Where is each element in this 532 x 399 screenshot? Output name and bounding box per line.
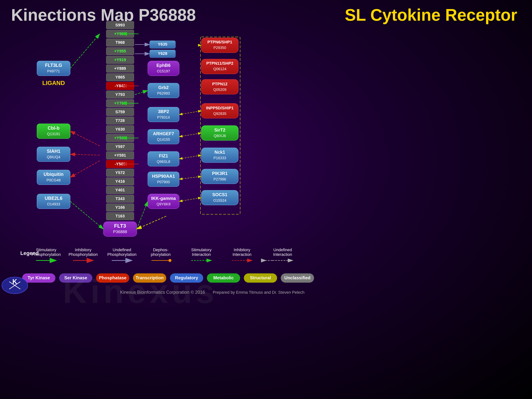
- svg-rect-42: [106, 203, 134, 211]
- svg-rect-44: [106, 212, 134, 220]
- svg-rect-99: [201, 103, 238, 118]
- svg-rect-84: [148, 172, 179, 187]
- svg-text:Undefined: Undefined: [273, 247, 292, 252]
- svg-rect-108: [201, 169, 238, 184]
- svg-text:Stimulatory: Stimulatory: [36, 247, 56, 252]
- svg-rect-24: [106, 126, 134, 133]
- svg-text:Nck1: Nck1: [215, 150, 225, 155]
- svg-text:Grb2: Grb2: [158, 85, 169, 90]
- svg-rect-26: [106, 134, 134, 142]
- svg-point-160: [168, 259, 171, 262]
- svg-text:Phosphorylation: Phosphorylation: [69, 252, 98, 257]
- svg-text:Y416: Y416: [115, 179, 125, 184]
- svg-line-191: [9, 282, 20, 289]
- svg-text:Metabolic: Metabolic: [213, 275, 234, 280]
- svg-rect-69: [148, 61, 179, 76]
- svg-rect-4: [106, 39, 134, 46]
- svg-rect-56: [37, 147, 70, 162]
- svg-text:HSP90AA1: HSP90AA1: [152, 174, 175, 179]
- svg-text:Y166: Y166: [115, 205, 125, 210]
- svg-rect-2: [106, 30, 134, 38]
- svg-line-145: [137, 201, 148, 229]
- svg-text:Y865: Y865: [115, 75, 125, 79]
- svg-rect-75: [148, 107, 179, 122]
- svg-text:P29350: P29350: [214, 46, 226, 50]
- svg-text:Q05209: Q05209: [213, 88, 226, 92]
- svg-rect-177: [133, 273, 166, 283]
- svg-text:Cbl-b: Cbl-b: [48, 126, 59, 131]
- svg-text:UBE2L6: UBE2L6: [45, 196, 63, 201]
- svg-rect-171: [22, 273, 55, 283]
- svg-text:O15524: O15524: [213, 198, 226, 203]
- svg-text:+Y889: +Y889: [114, 66, 126, 71]
- svg-rect-111: [201, 190, 238, 205]
- svg-text:Q9Y6K9: Q9Y6K9: [157, 202, 171, 206]
- svg-rect-46: [103, 222, 137, 236]
- svg-rect-183: [244, 273, 277, 283]
- svg-rect-30: [106, 152, 134, 159]
- svg-line-126: [70, 161, 100, 177]
- svg-text:LIGAND: LIGAND: [42, 80, 65, 86]
- svg-text:ARHGEF7: ARHGEF7: [153, 131, 174, 136]
- svg-text:P49771: P49771: [47, 69, 60, 73]
- svg-text:INPP5D/SHIP1: INPP5D/SHIP1: [206, 106, 234, 110]
- svg-text:T968: T968: [115, 40, 125, 45]
- svg-text:Transcription: Transcription: [136, 275, 164, 280]
- svg-text:PIK3R1: PIK3R1: [212, 171, 228, 176]
- svg-rect-81: [148, 152, 179, 166]
- svg-text:Dephos-: Dephos-: [153, 247, 168, 252]
- svg-rect-105: [201, 148, 238, 163]
- svg-text:O14933: O14933: [47, 202, 60, 206]
- svg-text:T343: T343: [115, 196, 125, 201]
- svg-rect-173: [59, 273, 92, 283]
- svg-rect-87: [148, 194, 179, 209]
- title-right: SL Cytokine Receptor: [345, 6, 517, 25]
- svg-rect-53: [37, 124, 70, 139]
- svg-text:T728: T728: [115, 118, 125, 123]
- svg-text:+Y591: +Y591: [114, 153, 126, 158]
- svg-text:SirT2: SirT2: [214, 127, 225, 133]
- svg-text:+Y969: +Y969: [114, 32, 126, 36]
- svg-text:Y635: Y635: [158, 42, 167, 47]
- svg-line-192: [9, 282, 20, 289]
- svg-text:Y628: Y628: [158, 51, 167, 56]
- svg-text:P16333: P16333: [214, 156, 226, 160]
- svg-line-141: [179, 198, 201, 201]
- svg-line-123: [70, 34, 100, 68]
- svg-rect-40: [106, 195, 134, 203]
- svg-text:Y597: Y597: [115, 144, 125, 149]
- svg-text:Regulatory: Regulatory: [175, 275, 198, 280]
- svg-text:3BP2: 3BP2: [158, 109, 169, 114]
- svg-text:Y401: Y401: [115, 188, 125, 192]
- svg-text:-Y589: -Y589: [115, 162, 126, 166]
- svg-text:IKK-gamma: IKK-gamma: [151, 196, 176, 201]
- svg-text:+Y768: +Y768: [114, 101, 126, 106]
- svg-text:Ubiquitin: Ubiquitin: [44, 172, 63, 177]
- svg-text:Unclassified: Unclassified: [284, 275, 310, 280]
- svg-line-138: [179, 133, 201, 137]
- svg-rect-16: [106, 91, 134, 98]
- svg-text:P07900: P07900: [157, 180, 170, 184]
- svg-text:K: K: [12, 278, 17, 285]
- svg-rect-175: [96, 273, 129, 283]
- svg-text:Ser Kinase: Ser Kinase: [64, 275, 87, 280]
- svg-text:Kinexus Bioinformatics Corpora: Kinexus Bioinformatics Corporation © 201…: [120, 290, 205, 295]
- svg-text:Q8IUQ4: Q8IUQ4: [47, 155, 60, 159]
- svg-text:+Y599: +Y599: [114, 136, 126, 140]
- svg-text:Interaction: Interaction: [273, 252, 292, 257]
- svg-text:PTPN12: PTPN12: [212, 82, 227, 86]
- svg-text:Interaction: Interaction: [233, 252, 252, 257]
- svg-rect-36: [106, 177, 134, 185]
- svg-text:O15197: O15197: [157, 69, 170, 73]
- svg-point-189: [2, 277, 28, 294]
- svg-line-146: [137, 216, 166, 229]
- svg-rect-18: [106, 99, 134, 107]
- svg-text:P78314: P78314: [157, 115, 170, 119]
- svg-text:Tyr Kinase: Tyr Kinase: [28, 275, 50, 280]
- svg-text:Y630: Y630: [115, 127, 125, 132]
- svg-rect-20: [106, 108, 134, 116]
- svg-rect-49: [37, 61, 70, 76]
- svg-line-127: [70, 201, 103, 229]
- svg-text:Q13191: Q13191: [47, 132, 60, 136]
- svg-text:P27986: P27986: [214, 177, 226, 181]
